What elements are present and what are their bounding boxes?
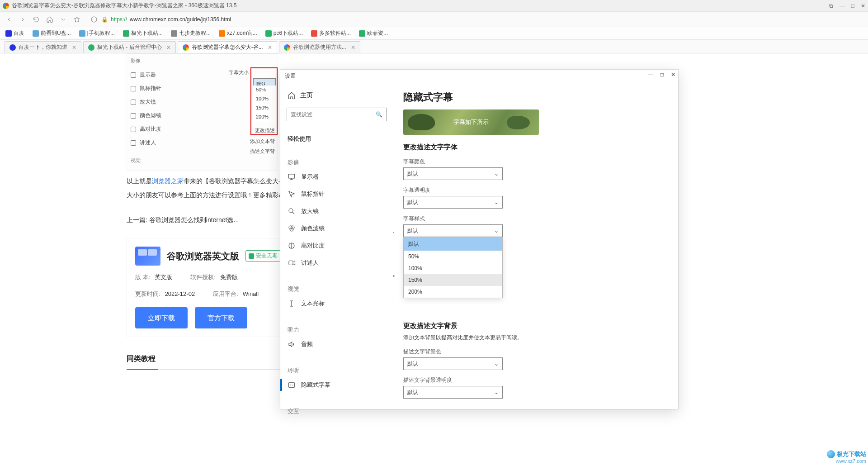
bookmark-item[interactable]: 能看到U盘... bbox=[33, 29, 71, 37]
sidebar-home[interactable]: 主页 bbox=[280, 87, 393, 104]
caption-bgcolor-select[interactable]: 默认⌄ bbox=[403, 357, 503, 370]
chevron-down-icon: ⌄ bbox=[494, 199, 499, 205]
meta-label: 版 本: bbox=[135, 274, 150, 281]
sidebar-label: 音频 bbox=[301, 340, 313, 348]
bookmark-item[interactable]: 多多软件站... bbox=[311, 29, 351, 37]
img-opt: 100% bbox=[253, 95, 276, 104]
watermark-brand: 极光下载站 bbox=[837, 451, 866, 458]
dropdown-option-default[interactable]: 默认 bbox=[404, 238, 502, 251]
tab-favicon-icon bbox=[183, 44, 189, 51]
dropdown-option-100[interactable]: 100% bbox=[404, 262, 502, 274]
sidebar-item-display[interactable]: 显示器 bbox=[280, 168, 393, 185]
caption-style-select[interactable]: 默认⌄ bbox=[403, 224, 503, 237]
bookmark-label: xz7.com官... bbox=[227, 29, 257, 37]
settings-sidebar: 主页 🔍 轻松使用 影像 显示器 鼠标指针 放大镜 颜色滤镜 高对比度 讲述人 … bbox=[280, 82, 393, 409]
settings-heading: 隐藏式字幕 bbox=[403, 90, 668, 104]
meta-label: 应用平台: bbox=[213, 290, 238, 297]
article-link[interactable]: 浏览器之家 bbox=[152, 177, 184, 185]
tab-article[interactable]: 谷歌浏览器字幕怎么变大-谷...✕ bbox=[178, 41, 277, 53]
sidebar-label: 放大镜 bbox=[301, 207, 319, 215]
annotation-arrow-icon bbox=[393, 272, 398, 281]
settings-window: 设置 — □ ✕ 主页 🔍 轻松使用 影像 显示器 鼠标指针 放大镜 颜色滤镜 … bbox=[280, 70, 678, 409]
meta-value: 英文版 bbox=[155, 274, 172, 281]
maximize-button[interactable]: □ bbox=[851, 3, 854, 9]
search-input[interactable] bbox=[291, 111, 382, 118]
meta-value: 2022-12-02 bbox=[165, 290, 195, 297]
bookmark-item[interactable]: [手机教程... bbox=[79, 29, 115, 37]
sidebar-item-audio[interactable]: 音频 bbox=[280, 336, 393, 353]
sidebar-item-contrast[interactable]: 高对比度 bbox=[280, 237, 393, 254]
sidebar-label: 鼠标指针 bbox=[301, 190, 325, 198]
close-button[interactable]: ✕ bbox=[861, 3, 865, 9]
sidebar-group-hearing: 听力 bbox=[280, 321, 393, 336]
sidebar-label: 颜色滤镜 bbox=[301, 224, 325, 233]
caption-bgopacity-select[interactable]: 默认⌄ bbox=[403, 386, 503, 399]
bookmark-item[interactable]: 百度 bbox=[5, 29, 24, 37]
settings-maximize-button[interactable]: □ bbox=[660, 71, 664, 78]
bookmark-item[interactable]: 七步走教程... bbox=[171, 29, 211, 37]
settings-close-button[interactable]: ✕ bbox=[671, 71, 675, 78]
sidebar-item-magnifier[interactable]: 放大镜 bbox=[280, 203, 393, 220]
narrator-icon bbox=[131, 140, 136, 146]
site-info-icon[interactable] bbox=[90, 15, 99, 24]
sidebar-label: 显示器 bbox=[301, 173, 319, 181]
img-below: 更改描述 bbox=[255, 126, 275, 135]
browser-toolbar: 🔒 https://www.chromexz.com.cn/guide/jq/1… bbox=[0, 12, 868, 27]
bookmark-item[interactable]: pc6下载站... bbox=[265, 29, 303, 37]
dropdown-option-150[interactable]: 150% bbox=[404, 274, 502, 286]
settings-window-buttons: — □ ✕ bbox=[648, 71, 675, 78]
bookmark-label: pc6下载站... bbox=[274, 29, 303, 37]
sidebar-item-captions[interactable]: 隐藏式字幕 bbox=[280, 376, 393, 394]
settings-search[interactable]: 🔍 bbox=[287, 108, 387, 121]
tab-admin[interactable]: 极光下载站 - 后台管理中心✕ bbox=[83, 41, 176, 53]
sidebar-item-narrator[interactable]: 讲述人 bbox=[280, 254, 393, 271]
settings-minimize-button[interactable]: — bbox=[648, 71, 653, 78]
download-now-button[interactable]: 立即下载 bbox=[135, 307, 188, 328]
caption-opacity-select[interactable]: 默认⌄ bbox=[403, 196, 503, 209]
caption-color-select[interactable]: 默认⌄ bbox=[403, 167, 503, 180]
tab-close-icon[interactable]: ✕ bbox=[166, 44, 171, 51]
meta-value: 免费版 bbox=[220, 274, 238, 281]
star-button[interactable] bbox=[72, 15, 81, 24]
chevron-down-icon: ⌄ bbox=[494, 228, 499, 234]
sidebar-item-colorfilter[interactable]: 颜色滤镜 bbox=[280, 220, 393, 237]
tab-label: 谷歌浏览器使用方法... bbox=[293, 43, 346, 51]
select-value: 默认 bbox=[407, 199, 418, 206]
tab-close-icon[interactable]: ✕ bbox=[268, 44, 272, 51]
watermark-logo-icon bbox=[827, 450, 835, 458]
window-title: 谷歌浏览器字幕怎么变大-谷歌浏览器修改字幕大小新手教学-浏览器之家 - 360极… bbox=[12, 2, 829, 10]
svg-point-0 bbox=[91, 17, 97, 22]
img-opt: 50% bbox=[253, 86, 276, 95]
forward-button[interactable] bbox=[18, 15, 27, 24]
meta-label: 更新时间: bbox=[135, 290, 160, 297]
dropdown-option-200[interactable]: 200% bbox=[404, 286, 502, 298]
bookmark-item[interactable]: 欧菲资... bbox=[359, 29, 388, 37]
bookmarks-bar: 百度 能看到U盘... [手机教程... 极光下载站... 七步走教程... x… bbox=[0, 27, 868, 40]
reload-button[interactable] bbox=[32, 15, 41, 24]
meta-label: 软件授权: bbox=[190, 274, 216, 281]
ext-icon[interactable]: ⧉ bbox=[829, 3, 833, 9]
bookmark-icon bbox=[311, 30, 317, 37]
tab-close-icon[interactable]: ✕ bbox=[351, 44, 355, 51]
section-description: 添加文本背景以提高对比度并使文本更易于阅读。 bbox=[403, 334, 668, 342]
home-button[interactable] bbox=[45, 15, 54, 24]
sidebar-item-textcursor[interactable]: 文本光标 bbox=[280, 295, 393, 312]
official-download-button[interactable]: 官方下载 bbox=[195, 307, 247, 328]
tab-close-icon[interactable]: ✕ bbox=[72, 44, 76, 51]
preview-text: 字幕如下所示 bbox=[453, 118, 489, 126]
back-button[interactable] bbox=[5, 15, 14, 24]
filter-icon bbox=[131, 113, 136, 119]
bookmark-label: 七步走教程... bbox=[179, 29, 211, 37]
sidebar-item-pointer[interactable]: 鼠标指针 bbox=[280, 185, 393, 203]
field-label: 字幕颜色 bbox=[403, 158, 668, 166]
dropdown-button[interactable] bbox=[59, 15, 68, 24]
dropdown-option-50[interactable]: 50% bbox=[404, 251, 502, 262]
bookmark-item[interactable]: xz7.com官... bbox=[219, 29, 257, 37]
address-bar[interactable]: 🔒 https://www.chromexz.com.cn/guide/jq/1… bbox=[86, 14, 321, 25]
tab-baidu[interactable]: 百度一下，你就知道✕ bbox=[5, 41, 81, 53]
tab-usage[interactable]: 谷歌浏览器使用方法...✕ bbox=[279, 41, 360, 53]
minimize-button[interactable]: — bbox=[840, 3, 845, 9]
bookmark-item[interactable]: 极光下载站... bbox=[123, 29, 163, 37]
img-opt: 150% bbox=[253, 104, 276, 113]
select-value: 默认 bbox=[407, 389, 418, 396]
